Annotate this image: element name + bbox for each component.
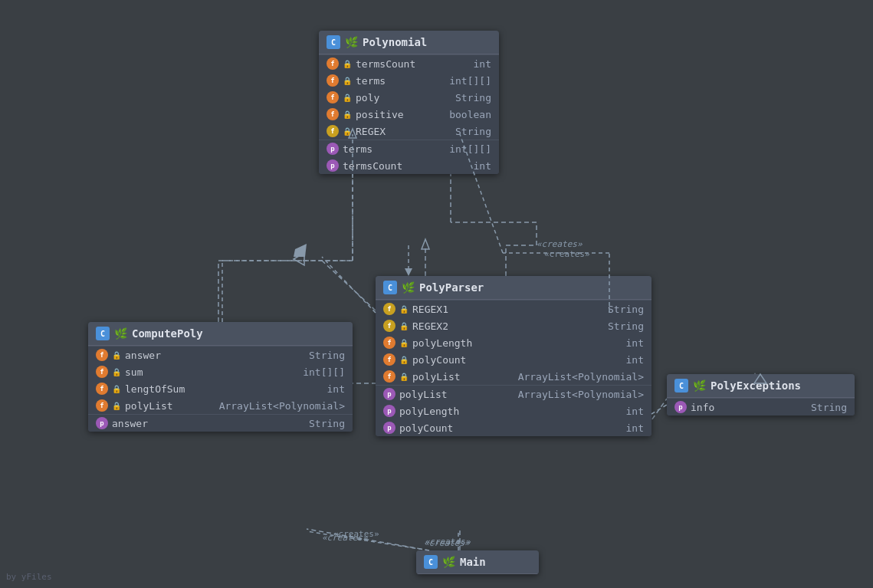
prop-name: polyLength (399, 406, 461, 417)
computepoly-fields: f 🔒 answer String f 🔒 sum int[][] f 🔒 le… (88, 346, 353, 414)
polynomial-title: Polynomial (363, 36, 427, 48)
svg-line-37 (651, 405, 667, 414)
field-name: positive (356, 109, 417, 120)
lock-icon: 🔒 (112, 368, 121, 376)
table-row: f 🔒 REGEX1 String (376, 301, 651, 317)
field-type: String (309, 350, 345, 361)
table-row: p polyList ArrayList<Polynomial> (376, 386, 651, 402)
prop-name: termsCount (343, 160, 404, 172)
field-name: REGEX2 (412, 320, 474, 332)
lock-icon: 🔒 (399, 305, 409, 314)
table-row: f 🔒 polyList ArrayList<Polynomial> (88, 397, 353, 414)
computepoly-leaf-icon: 🌿 (114, 327, 127, 340)
svg-marker-13 (294, 253, 304, 265)
svg-line-23 (322, 257, 376, 313)
field-type: ArrayList<Polynomial> (518, 371, 644, 383)
prop-name: info (691, 402, 752, 413)
field-f-icon: f (96, 399, 108, 412)
watermark: by yFiles (6, 572, 52, 582)
field-f-icon: f (327, 57, 339, 70)
polyexceptions-leaf-icon: 🌿 (693, 379, 706, 392)
computepoly-class: C 🌿 ComputePoly f 🔒 answer String f 🔒 su… (88, 322, 353, 432)
polynomial-c-icon: C (327, 35, 340, 49)
field-static-icon: f (383, 320, 395, 332)
lock-icon: 🔒 (399, 322, 409, 330)
computepoly-header: C 🌿 ComputePoly (88, 322, 353, 346)
polyparser-c-icon: C (383, 281, 397, 294)
table-row: f 🔒 termsCount int (319, 55, 499, 72)
prop-type: ArrayList<Polynomial> (518, 389, 644, 400)
field-f-icon: f (383, 337, 395, 349)
table-row: f 🔒 REGEX2 String (376, 317, 651, 334)
main-title: Main (460, 556, 486, 568)
prop-p-icon: p (383, 422, 395, 434)
polynomial-class: C 🌿 Polynomial f 🔒 termsCount int f 🔒 te… (319, 31, 499, 174)
field-type: boolean (449, 109, 491, 120)
lock-icon: 🔒 (343, 60, 352, 68)
field-name: terms (356, 75, 417, 87)
prop-type: String (309, 418, 345, 429)
lock-icon: 🔒 (399, 373, 409, 381)
field-name: polyList (412, 371, 474, 383)
lock-icon: 🔒 (343, 127, 352, 136)
table-row: p terms int[][] (319, 140, 499, 157)
polynomial-fields: f 🔒 termsCount int f 🔒 terms int[][] f 🔒… (319, 54, 499, 140)
lock-icon: 🔒 (343, 77, 352, 85)
polyparser-fields: f 🔒 REGEX1 String f 🔒 REGEX2 String f 🔒 … (376, 300, 651, 385)
field-type: String (608, 304, 644, 315)
lock-icon: 🔒 (399, 356, 409, 364)
field-static-icon: f (327, 125, 339, 137)
prop-type: int[][] (449, 143, 491, 155)
table-row: p polyLength int (376, 402, 651, 419)
main-leaf-icon: 🌿 (442, 556, 455, 568)
computepoly-title: ComputePoly (132, 327, 203, 340)
field-name: polyLength (412, 337, 474, 349)
computepoly-properties: p answer String (88, 414, 353, 432)
table-row: f 🔒 polyLength int (376, 334, 651, 351)
main-c-icon: C (424, 555, 438, 569)
polyparser-body: f 🔒 REGEX1 String f 🔒 REGEX2 String f 🔒 … (376, 300, 651, 436)
prop-type: String (811, 402, 847, 413)
prop-p-icon: p (96, 417, 108, 429)
lock-icon: 🔒 (343, 94, 352, 102)
svg-marker-22 (405, 268, 412, 276)
svg-text:«creates»: «creates» (333, 529, 379, 539)
field-f-icon: f (383, 370, 395, 383)
field-f-icon: f (327, 74, 339, 87)
polyparser-class: C 🌿 PolyParser f 🔒 REGEX1 String f 🔒 REG… (376, 276, 651, 436)
svg-text:«creates»: «creates» (537, 239, 583, 249)
table-row: f 🔒 sum int[][] (88, 363, 353, 380)
field-type: int (474, 58, 491, 70)
main-header: C 🌿 Main (416, 550, 539, 574)
field-name: poly (356, 92, 417, 103)
svg-line-33 (307, 531, 429, 550)
field-name: termsCount (356, 58, 417, 70)
polyexceptions-c-icon: C (674, 379, 688, 393)
field-type: String (608, 320, 644, 332)
computepoly-c-icon: C (96, 327, 110, 340)
prop-type: int (626, 406, 644, 417)
field-type: int (327, 383, 345, 395)
table-row: f 🔒 answer String (88, 347, 353, 363)
prop-p-icon: p (674, 401, 687, 413)
field-f-icon: f (96, 383, 108, 395)
svg-text:«creates»: «creates» (425, 537, 471, 547)
table-row: f 🔒 REGEX String (319, 123, 499, 140)
table-row: f 🔒 polyList ArrayList<Polynomial> (376, 368, 651, 385)
prop-p-icon: p (327, 143, 339, 155)
polyexceptions-header: C 🌿 PolyExceptions (667, 374, 855, 398)
field-type: int[][] (303, 366, 345, 378)
polyexceptions-body: p info String (667, 398, 855, 416)
table-row: p termsCount int (319, 157, 499, 174)
table-row: f 🔒 poly String (319, 89, 499, 106)
lock-icon: 🔒 (112, 385, 121, 393)
diagram-container: «creates» «creates» «creates» C 🌿 Polyno… (0, 0, 873, 588)
field-name: REGEX (356, 126, 417, 137)
field-type: ArrayList<Polynomial> (219, 400, 345, 412)
field-name: polyList (125, 400, 186, 412)
field-f-icon: f (327, 108, 339, 120)
prop-type: int (626, 422, 644, 434)
polyexceptions-title: PolyExceptions (711, 379, 801, 392)
polyexceptions-properties: p info String (667, 398, 855, 416)
lock-icon: 🔒 (399, 339, 409, 347)
